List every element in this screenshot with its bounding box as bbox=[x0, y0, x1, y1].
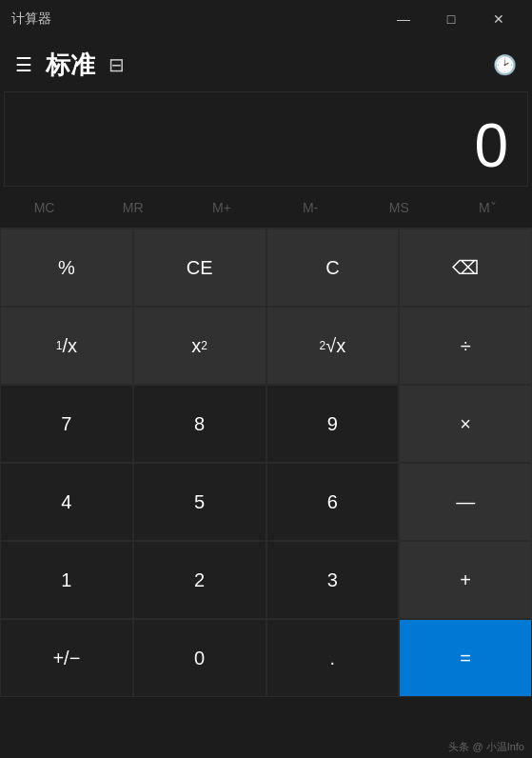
hamburger-icon[interactable]: ☰ bbox=[15, 53, 32, 76]
memory-minus-button[interactable]: M- bbox=[266, 187, 354, 228]
memory-recall-button[interactable]: MR bbox=[89, 187, 177, 228]
negate-button[interactable]: +/− bbox=[0, 619, 133, 697]
title-bar-controls: — □ ✕ bbox=[382, 0, 521, 38]
button-grid: % CE C ⌫ 1/x x2 2√x ÷ 7 8 9 × 4 5 6 — 1 … bbox=[0, 229, 532, 697]
multiply-button[interactable]: × bbox=[399, 385, 532, 463]
memory-plus-button[interactable]: M+ bbox=[177, 187, 266, 228]
backspace-button[interactable]: ⌫ bbox=[399, 229, 532, 307]
decimal-button[interactable]: . bbox=[266, 619, 400, 697]
square-button[interactable]: x2 bbox=[133, 307, 266, 385]
minimize-button[interactable]: — bbox=[382, 0, 425, 38]
app-mode-title: 标准 bbox=[46, 49, 95, 82]
header-left: ☰ 标准 ⊟ bbox=[15, 49, 125, 82]
memory-clear-button[interactable]: MC bbox=[0, 187, 89, 228]
clear-button[interactable]: C bbox=[266, 229, 400, 307]
app-title: 计算器 bbox=[11, 10, 51, 28]
subtract-button[interactable]: — bbox=[399, 463, 532, 541]
display-value: 0 bbox=[474, 115, 508, 176]
percent-button[interactable]: % bbox=[0, 229, 133, 307]
sqrt-button[interactable]: 2√x bbox=[266, 307, 400, 385]
add-button[interactable]: + bbox=[399, 541, 532, 619]
equals-button[interactable]: = bbox=[399, 619, 532, 697]
watermark: 头条 @ 小温Info bbox=[448, 740, 524, 754]
title-bar: 计算器 — □ ✕ bbox=[0, 0, 532, 38]
two-button[interactable]: 2 bbox=[133, 541, 266, 619]
display: 0 bbox=[4, 91, 528, 187]
six-button[interactable]: 6 bbox=[266, 463, 400, 541]
title-bar-left: 计算器 bbox=[11, 10, 51, 28]
memory-store-button[interactable]: MS bbox=[355, 187, 443, 228]
header: ☰ 标准 ⊟ 🕑 bbox=[0, 38, 532, 91]
eight-button[interactable]: 8 bbox=[133, 385, 266, 463]
three-button[interactable]: 3 bbox=[266, 541, 400, 619]
zero-button[interactable]: 0 bbox=[133, 619, 266, 697]
five-button[interactable]: 5 bbox=[133, 463, 266, 541]
reciprocal-button[interactable]: 1/x bbox=[0, 307, 133, 385]
four-button[interactable]: 4 bbox=[0, 463, 133, 541]
memory-dropdown-button[interactable]: M˅ bbox=[443, 187, 532, 228]
one-button[interactable]: 1 bbox=[0, 541, 133, 619]
divide-button[interactable]: ÷ bbox=[399, 307, 532, 385]
seven-button[interactable]: 7 bbox=[0, 385, 133, 463]
nine-button[interactable]: 9 bbox=[266, 385, 400, 463]
history-icon[interactable]: 🕑 bbox=[493, 53, 517, 76]
ce-button[interactable]: CE bbox=[133, 229, 266, 307]
memory-row: MC MR M+ M- MS M˅ bbox=[0, 187, 532, 229]
maximize-button[interactable]: □ bbox=[429, 0, 473, 38]
close-button[interactable]: ✕ bbox=[477, 0, 521, 38]
bookmark-icon[interactable]: ⊟ bbox=[108, 53, 125, 76]
